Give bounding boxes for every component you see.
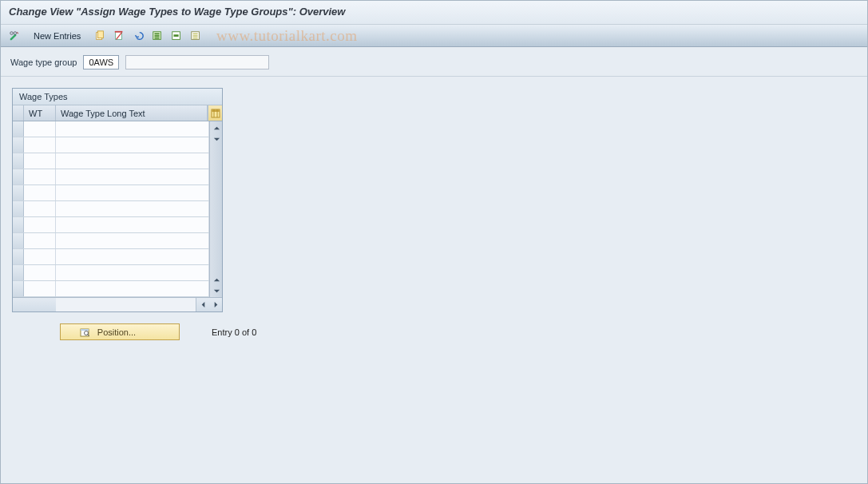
table-settings-icon: [211, 109, 220, 118]
app-toolbar: New Entries www.tutorialkart.com: [1, 25, 867, 47]
deselect-all-icon: [190, 30, 201, 42]
pencil-glasses-icon: [9, 30, 20, 42]
position-button-label: Position...: [97, 327, 136, 337]
cell-long-text[interactable]: [56, 169, 209, 184]
position-button[interactable]: Position...: [60, 323, 180, 340]
cell-wt[interactable]: [24, 169, 56, 184]
svg-rect-16: [212, 109, 220, 112]
footer-row: Position... Entry 0 of 0: [12, 312, 867, 340]
svg-rect-10: [174, 34, 179, 37]
table-row: [13, 249, 209, 265]
cell-long-text[interactable]: [56, 217, 209, 232]
wage-types-panel-title: Wage Types: [13, 89, 222, 105]
table-select-all-header[interactable]: [13, 105, 24, 121]
table-row: [13, 217, 209, 233]
row-selector[interactable]: [13, 121, 24, 137]
row-selector[interactable]: [13, 265, 24, 280]
table-rows-container: [13, 121, 209, 297]
table-header: WT Wage Type Long Text: [13, 105, 222, 121]
copy-as-button[interactable]: [93, 29, 107, 43]
chevron-down-icon: [213, 288, 220, 295]
cell-wt[interactable]: [24, 185, 56, 200]
row-selector[interactable]: [13, 137, 24, 153]
svg-rect-12: [193, 33, 198, 34]
chevron-right-icon: [212, 301, 220, 308]
cell-long-text[interactable]: [56, 233, 209, 248]
deselect-all-button[interactable]: [188, 29, 203, 43]
table-footer: [13, 297, 222, 311]
table-row: [13, 169, 209, 185]
new-entries-button[interactable]: New Entries: [26, 29, 88, 43]
cell-wt[interactable]: [24, 233, 56, 248]
select-block-button[interactable]: [169, 29, 184, 43]
wage-type-group-label: Wage type group: [10, 58, 77, 67]
cell-long-text[interactable]: [56, 153, 209, 169]
delete-button[interactable]: [112, 29, 126, 43]
table-row: [13, 153, 209, 169]
svg-rect-7: [155, 35, 160, 37]
table-row: [13, 137, 209, 153]
table-row: [13, 281, 209, 297]
row-selector[interactable]: [13, 201, 24, 216]
wage-type-group-code-input[interactable]: 0AWS: [83, 55, 119, 69]
chevron-up-icon: [213, 125, 220, 132]
chevron-down-icon: [213, 136, 220, 143]
svg-point-0: [10, 31, 14, 34]
cell-wt[interactable]: [24, 281, 56, 296]
table-row: [13, 265, 209, 281]
cell-wt[interactable]: [24, 121, 56, 137]
table-row: [13, 233, 209, 249]
content-area: Wage Types WT Wage Type Long Text: [1, 77, 867, 340]
cell-wt[interactable]: [24, 201, 56, 216]
wage-type-group-desc-field: [125, 55, 269, 69]
svg-rect-20: [81, 329, 89, 331]
cell-wt[interactable]: [24, 249, 56, 264]
row-selector[interactable]: [13, 169, 24, 184]
cell-long-text[interactable]: [56, 249, 209, 264]
position-icon: [80, 327, 91, 338]
chevron-up-icon: [213, 276, 220, 284]
cell-long-text[interactable]: [56, 185, 209, 200]
row-selector[interactable]: [13, 233, 24, 248]
cell-wt[interactable]: [24, 153, 56, 169]
cell-long-text[interactable]: [56, 281, 209, 296]
row-selector[interactable]: [13, 281, 24, 296]
undo-button[interactable]: [131, 29, 145, 43]
table-configure-button[interactable]: [208, 105, 222, 121]
watermark-text: www.tutorialkart.com: [216, 25, 358, 47]
toggle-change-button[interactable]: [7, 29, 22, 43]
table-body: [13, 121, 222, 297]
filter-row: Wage type group 0AWS: [1, 47, 867, 77]
entry-count-text: Entry 0 of 0: [212, 327, 256, 337]
scroll-left-button[interactable]: [196, 299, 209, 311]
row-selector[interactable]: [13, 185, 24, 200]
table-row: [13, 121, 209, 137]
cell-wt[interactable]: [24, 137, 56, 153]
svg-rect-8: [155, 37, 160, 38]
column-header-wt[interactable]: WT: [24, 105, 56, 121]
cell-long-text[interactable]: [56, 201, 209, 216]
cell-long-text[interactable]: [56, 265, 209, 280]
vertical-scrollbar[interactable]: [209, 121, 222, 297]
row-selector[interactable]: [13, 153, 24, 169]
cell-wt[interactable]: [24, 217, 56, 232]
select-all-button[interactable]: [150, 29, 164, 43]
copy-icon: [94, 30, 105, 42]
select-block-icon: [171, 30, 182, 42]
cell-long-text[interactable]: [56, 121, 209, 137]
scroll-down-top-button[interactable]: [210, 133, 223, 145]
cell-long-text[interactable]: [56, 137, 209, 153]
svg-rect-14: [193, 37, 198, 38]
row-selector[interactable]: [13, 217, 24, 232]
scroll-down-button[interactable]: [210, 284, 223, 297]
column-header-long-text[interactable]: Wage Type Long Text: [56, 105, 208, 121]
row-selector[interactable]: [13, 249, 24, 264]
table-row: [13, 201, 209, 217]
chevron-left-icon: [200, 301, 207, 308]
horizontal-scrollbar-track[interactable]: [56, 298, 196, 311]
app-root: Change View "Assign Wage Types to Wage T…: [0, 0, 868, 484]
svg-rect-3: [98, 30, 104, 38]
undo-icon: [133, 30, 144, 42]
scroll-right-button[interactable]: [209, 299, 222, 311]
cell-wt[interactable]: [24, 265, 56, 280]
